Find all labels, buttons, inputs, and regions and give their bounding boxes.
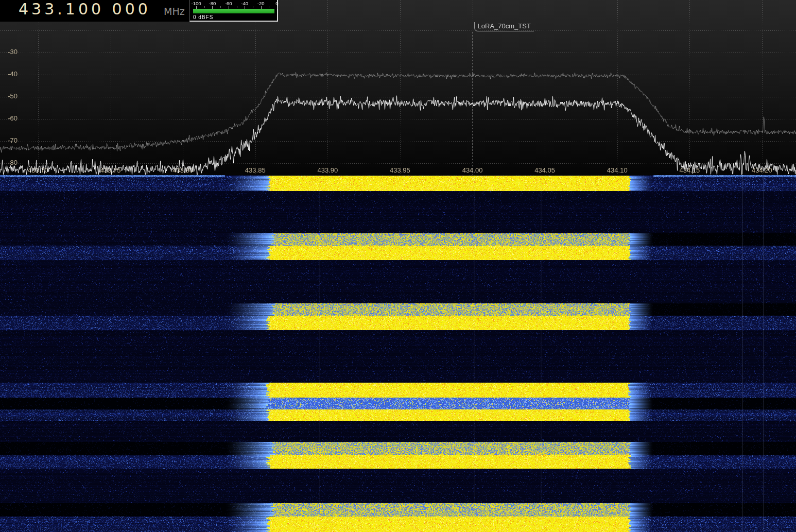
meter-scale-label: -80: [203, 1, 221, 6]
meter-tick: [220, 6, 221, 8]
frequency-value[interactable]: 433.100 000: [19, 0, 151, 18]
meter-reading: 0 dBFS: [193, 14, 213, 20]
meter-tick: [277, 6, 278, 9]
meter-tick: [237, 6, 237, 8]
meter-scale-label: 0: [268, 1, 286, 6]
meter-scale-label: -60: [220, 1, 237, 6]
meter-scale-label: -100: [187, 1, 205, 6]
meter-scale-label: -40: [236, 1, 253, 6]
signal-strength-meter: -100-80-60-40-200 0 dBFS: [189, 0, 278, 22]
frequency-unit-label: MHz: [164, 6, 185, 17]
spectrum-plot[interactable]: [0, 0, 796, 175]
meter-scale-label: -20: [252, 1, 270, 6]
top-bar: 433.100 000 MHz -100-80-60-40-200 0 dBFS: [0, 0, 278, 22]
meter-tick: [253, 6, 253, 8]
frequency-display[interactable]: 433.100 000 MHz: [0, 0, 189, 22]
meter-tick: [204, 6, 205, 8]
sdr-app-window: -30-40-50-60-70-80 433.70433.75433.80433…: [0, 0, 796, 532]
bookmark-label: LoRA_70cm_TST: [478, 22, 531, 30]
meter-tick: [269, 6, 269, 8]
waterfall-display[interactable]: [0, 175, 796, 532]
meter-bar: [193, 9, 274, 13]
bookmark-tag[interactable]: LoRA_70cm_TST: [474, 22, 534, 31]
